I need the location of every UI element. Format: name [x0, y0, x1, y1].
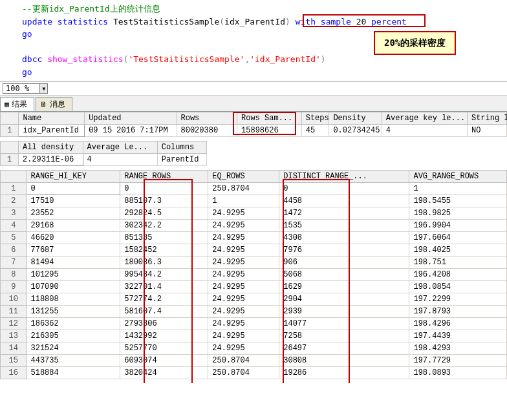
cell[interactable]: 5257770: [120, 342, 208, 355]
row-number[interactable]: 4: [1, 220, 27, 232]
cell[interactable]: 19286: [279, 367, 409, 379]
cell[interactable]: 250.8704: [208, 355, 279, 367]
cell[interactable]: 198.4293: [409, 342, 507, 355]
table-row[interactable]: 10118808572774.224.92952904197.2299: [1, 293, 507, 306]
cell[interactable]: 581607.4: [120, 306, 208, 318]
cell[interactable]: 24.9295: [208, 281, 279, 293]
cell[interactable]: 180036.3: [120, 257, 208, 269]
cell[interactable]: 186362: [27, 318, 120, 330]
cell[interactable]: 24.9295: [208, 330, 279, 342]
row-number[interactable]: 15: [1, 355, 27, 367]
cell[interactable]: 1: [208, 195, 279, 207]
cell[interactable]: 4458: [279, 195, 409, 207]
cell[interactable]: 09 15 2016 7:17PM: [85, 125, 177, 137]
table-row[interactable]: 677687158245224.92957976198.4025: [1, 244, 507, 257]
cell[interactable]: 1535: [279, 220, 409, 232]
column-header[interactable]: AVG_RANGE_ROWS: [409, 171, 507, 183]
table-row[interactable]: 12186362279330624.929514077198.4296: [1, 318, 507, 330]
zoom-dropdown-icon[interactable]: ▾: [40, 83, 48, 94]
cell[interactable]: 1472: [279, 207, 409, 220]
table-row[interactable]: 323552292824.524.92951472198.9825: [1, 207, 507, 220]
table-row[interactable]: 100250.870401: [1, 183, 507, 195]
table-row[interactable]: 8101295995434.224.92955068196.4208: [1, 269, 507, 281]
cell[interactable]: 197.2299: [409, 293, 507, 306]
cell[interactable]: 198.0893: [409, 367, 507, 379]
cell[interactable]: 24.9295: [208, 293, 279, 306]
cell[interactable]: 572774.2: [120, 293, 208, 306]
cell[interactable]: 196.9904: [409, 220, 507, 232]
column-header[interactable]: String I: [467, 112, 506, 125]
cell[interactable]: 29168: [27, 220, 120, 232]
cell[interactable]: 24.9295: [208, 244, 279, 257]
cell[interactable]: 45: [301, 125, 329, 137]
column-header[interactable]: Updated: [85, 112, 177, 125]
cell[interactable]: 0: [27, 183, 120, 195]
cell[interactable]: 198.4296: [409, 318, 507, 330]
cell[interactable]: 322701.4: [120, 281, 208, 293]
cell[interactable]: 906: [279, 257, 409, 269]
row-number[interactable]: 3: [1, 207, 27, 220]
cell[interactable]: 77687: [27, 244, 120, 257]
column-header[interactable]: Average Le...: [83, 142, 157, 154]
cell[interactable]: 2793306: [120, 318, 208, 330]
column-header[interactable]: All density: [19, 142, 83, 154]
cell[interactable]: 101295: [27, 269, 120, 281]
cell[interactable]: 197.4439: [409, 330, 507, 342]
cell[interactable]: 24.9295: [208, 342, 279, 355]
row-number[interactable]: 7: [1, 257, 27, 269]
cell[interactable]: 250.8704: [208, 367, 279, 379]
cell[interactable]: 198.9825: [409, 207, 507, 220]
row-number[interactable]: 1: [1, 183, 27, 195]
cell[interactable]: idx_ParentId: [19, 125, 85, 137]
cell[interactable]: 46620: [27, 232, 120, 244]
column-header[interactable]: RANGE_HI_KEY: [27, 171, 120, 183]
column-header[interactable]: Columns: [157, 142, 206, 154]
cell[interactable]: 131255: [27, 306, 120, 318]
row-number[interactable]: 12: [1, 318, 27, 330]
cell[interactable]: 1629: [279, 281, 409, 293]
column-header[interactable]: Density: [329, 112, 382, 125]
column-header[interactable]: Average key le...: [382, 112, 467, 125]
cell[interactable]: 7976: [279, 244, 409, 257]
table-row[interactable]: 217510885107.314458198.5455: [1, 195, 507, 207]
cell[interactable]: 4: [382, 125, 467, 137]
row-number[interactable]: 8: [1, 269, 27, 281]
row-number[interactable]: 9: [1, 281, 27, 293]
tab-results[interactable]: ▦ 结果: [0, 97, 34, 111]
cell[interactable]: 2939: [279, 306, 409, 318]
row-number[interactable]: 1: [1, 125, 19, 137]
column-header[interactable]: EQ_ROWS: [208, 171, 279, 183]
table-row[interactable]: 54662085138524.92954308197.6064: [1, 232, 507, 244]
column-header[interactable]: Rows Sam...: [237, 112, 302, 125]
cell[interactable]: 3820424: [120, 367, 208, 379]
table-row[interactable]: 12.29311E-064ParentId: [1, 154, 207, 166]
cell[interactable]: 14077: [279, 318, 409, 330]
cell[interactable]: 5068: [279, 269, 409, 281]
cell[interactable]: ParentId: [157, 154, 206, 166]
cell[interactable]: 118808: [27, 293, 120, 306]
cell[interactable]: 198.5455: [409, 195, 507, 207]
cell[interactable]: 24.9295: [208, 257, 279, 269]
cell[interactable]: 321524: [27, 342, 120, 355]
cell[interactable]: 198.0854: [409, 281, 507, 293]
cell[interactable]: 198.751: [409, 257, 507, 269]
cell[interactable]: 302342.2: [120, 220, 208, 232]
row-number[interactable]: 2: [1, 195, 27, 207]
cell[interactable]: 24.9295: [208, 318, 279, 330]
cell[interactable]: 197.7729: [409, 355, 507, 367]
table-row[interactable]: 429168302342.224.92951535196.9904: [1, 220, 507, 232]
cell[interactable]: 0: [279, 183, 409, 195]
cell[interactable]: 107090: [27, 281, 120, 293]
column-header[interactable]: Name: [19, 112, 85, 125]
column-header[interactable]: Steps: [301, 112, 329, 125]
row-number[interactable]: 6: [1, 244, 27, 257]
row-number[interactable]: 10: [1, 293, 27, 306]
column-header[interactable]: RANGE_ROWS: [120, 171, 208, 183]
cell[interactable]: 4: [83, 154, 157, 166]
row-number[interactable]: 16: [1, 367, 27, 379]
table-row[interactable]: 1idx_ParentId09 15 2016 7:17PM8002038015…: [1, 125, 507, 137]
cell[interactable]: 851385: [120, 232, 208, 244]
cell[interactable]: 885107.3: [120, 195, 208, 207]
cell[interactable]: 2904: [279, 293, 409, 306]
row-number[interactable]: 14: [1, 342, 27, 355]
